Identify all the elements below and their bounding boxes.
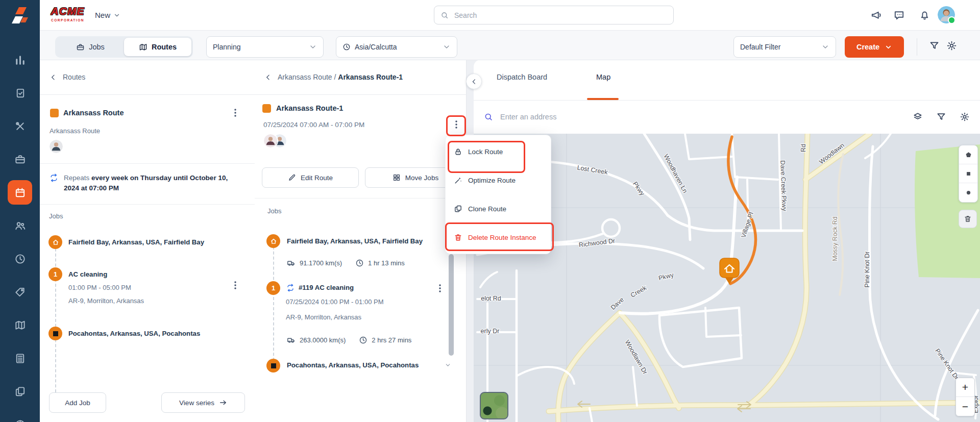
address-search-input[interactable] — [499, 112, 899, 121]
search-icon — [484, 112, 493, 121]
company-logo[interactable]: ACME CORPORATION — [48, 5, 87, 22]
sidebar-item-maps[interactable] — [0, 314, 40, 336]
stop-title[interactable]: Fairfield Bay, Arkansas, USA, Fairfield … — [287, 237, 423, 245]
route-menu-icon[interactable] — [230, 107, 241, 118]
user-avatar[interactable] — [938, 6, 955, 23]
map-tabs: Dispatch Board Map — [474, 60, 980, 101]
sidebar-item-documents[interactable] — [0, 380, 40, 403]
route-menu-button[interactable] — [451, 119, 462, 130]
route-context-menu: Lock RouteOptimize RouteClone RouteDelet… — [445, 135, 551, 254]
settings-icon[interactable] — [946, 40, 957, 51]
create-button[interactable]: Create — [845, 36, 904, 58]
planning-select[interactable]: Planning — [206, 36, 324, 58]
satellite-layer-toggle[interactable] — [480, 392, 508, 419]
draw-square-button[interactable] — [959, 164, 977, 183]
sidebar-item-tasks[interactable] — [0, 82, 40, 104]
draw-circle-button[interactable] — [959, 183, 977, 202]
breadcrumb: Arkansass Route / Arkansass Route-1 — [278, 73, 403, 81]
messages-icon[interactable] — [893, 9, 905, 21]
zoom-out-button[interactable]: − — [956, 397, 974, 416]
route-color-swatch — [50, 109, 59, 117]
sidebar-item-invoices[interactable] — [0, 347, 40, 369]
delete-route-instance-item[interactable]: Delete Route Instance — [446, 223, 551, 252]
job-title[interactable]: #119 AC cleaning — [299, 284, 354, 291]
sidebar-item-reports[interactable] — [0, 413, 40, 422]
route-detail-panel: Arkansass Route / Arkansass Route-1 Arka… — [255, 60, 467, 422]
scrollbar-thumb[interactable] — [449, 254, 454, 356]
back-icon[interactable] — [264, 73, 272, 81]
chevron-down-icon — [885, 43, 892, 51]
toolbar-divider — [917, 38, 917, 56]
draw-pentagon-button[interactable] — [959, 145, 977, 164]
sidebar-item-schedule[interactable] — [8, 180, 32, 205]
notifications-icon[interactable] — [919, 9, 930, 21]
trash-icon — [964, 215, 972, 223]
sidebar-item-analytics[interactable] — [0, 48, 40, 71]
tab-jobs[interactable]: Jobs — [57, 38, 124, 56]
map-filter-icon[interactable] — [936, 112, 946, 122]
clone-route-item[interactable]: Clone Route — [446, 194, 551, 223]
layers-icon[interactable] — [913, 112, 923, 122]
leg-info: 91.1700 km(s) 1 hr 13 mins — [287, 259, 405, 267]
filter-select[interactable]: Default Filter — [733, 36, 836, 58]
stop-title[interactable]: Fairfield Bay, Arkansas, USA, Fairfield … — [68, 238, 204, 246]
lock-route-item[interactable]: Lock Route — [446, 137, 551, 166]
stop-title[interactable]: Pocahontas, Arkansas, USA, Pocahontas — [68, 330, 200, 337]
tab-dispatch-board[interactable]: Dispatch Board — [497, 73, 547, 81]
tab-routes[interactable]: Routes — [124, 38, 191, 56]
breadcrumb-current: Arkansass Route-1 — [338, 73, 403, 81]
sidebar-item-timesheets[interactable] — [0, 247, 40, 270]
stop-end-badge — [48, 327, 62, 340]
tab-map[interactable]: Map — [596, 73, 610, 81]
stop-number-badge: 1 — [48, 267, 62, 281]
street-label: erly Dr — [481, 328, 500, 335]
workspace-selector[interactable]: New — [95, 0, 120, 30]
map-delete-tool[interactable] — [959, 210, 977, 228]
routes-panel-header: Routes — [40, 60, 255, 95]
stop-number-badge: 1 — [266, 281, 280, 295]
van-icon — [287, 336, 296, 344]
search-icon — [440, 11, 449, 19]
timezone-select[interactable]: Asia/Calcutta — [336, 36, 457, 58]
tab-jobs-label: Jobs — [89, 43, 105, 51]
briefcase-icon — [14, 154, 26, 165]
sidebar-item-teams[interactable] — [0, 214, 40, 237]
zoom-in-button[interactable]: + — [956, 378, 974, 397]
app-logo-icon[interactable] — [9, 5, 31, 29]
workspace-label: New — [95, 11, 110, 19]
sidebar-item-tools[interactable] — [0, 115, 40, 137]
job-time: 01:00 PM - 05:00 PM — [68, 284, 131, 291]
global-search-input[interactable] — [453, 11, 667, 20]
stop-title[interactable]: Pocahontas, Arkansas, USA, Pocahontas — [287, 361, 419, 369]
global-search — [434, 6, 674, 24]
edit-route-button[interactable]: Edit Route — [262, 167, 359, 188]
announcements-icon[interactable] — [870, 9, 882, 21]
create-button-label: Create — [856, 43, 879, 51]
map-settings-icon[interactable] — [960, 112, 970, 122]
leg-distance: 91.1700 km(s) — [300, 259, 342, 267]
trash-icon — [454, 233, 462, 242]
add-job-button[interactable]: Add Job — [49, 392, 106, 413]
collapse-panel-button[interactable] — [466, 73, 482, 89]
chevron-down-icon — [821, 43, 829, 51]
route-name: Arkansass Route — [63, 109, 124, 117]
breadcrumb-parent[interactable]: Arkansass Route — [278, 73, 332, 81]
arrow-right-icon — [219, 399, 227, 407]
tab-routes-label: Routes — [152, 43, 177, 51]
job-address: AR-9, Morrilton, Arkansas — [68, 297, 144, 305]
pencil-icon — [288, 173, 296, 182]
documents-icon — [14, 386, 26, 398]
leg-info: 263.0000 km(s) 2 hrs 27 mins — [287, 336, 411, 344]
job-title[interactable]: AC cleaning — [68, 270, 107, 278]
job-menu-icon[interactable] — [230, 280, 241, 291]
sidebar-item-tags[interactable] — [0, 281, 40, 303]
job-menu-icon[interactable] — [434, 283, 446, 294]
route-time-window: 07/25/2024 07:00 AM - 07:00 PM — [263, 121, 364, 129]
filter-icon[interactable] — [929, 40, 940, 51]
optimize-route-item[interactable]: Optimize Route — [446, 166, 551, 194]
back-icon[interactable] — [50, 73, 57, 81]
assignee-avatar — [48, 139, 64, 154]
street-label: Pine Knot Dr — [864, 252, 871, 288]
sidebar-item-work[interactable] — [0, 148, 40, 170]
view-series-button[interactable]: View series — [161, 392, 245, 413]
